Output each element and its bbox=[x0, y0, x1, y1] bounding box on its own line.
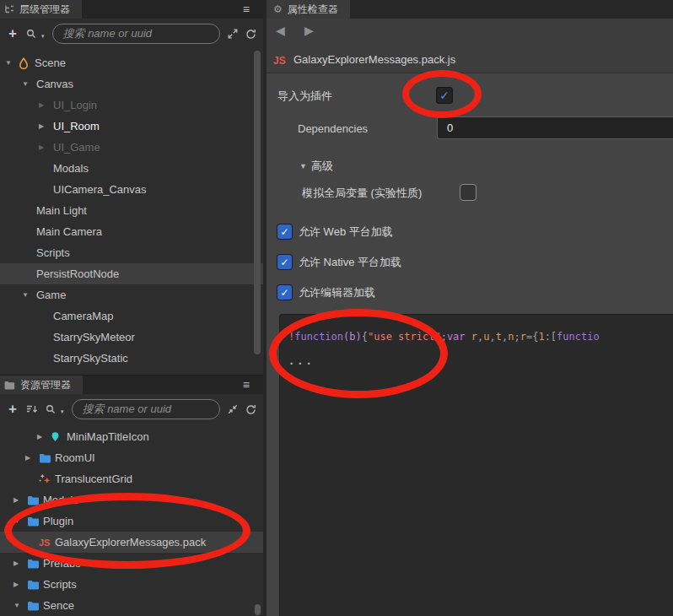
expand-all-icon[interactable] bbox=[228, 29, 238, 39]
advanced-section-label[interactable]: 高级 bbox=[311, 159, 333, 173]
check-icon: ✓ bbox=[280, 287, 288, 299]
code-token: var bbox=[447, 331, 466, 343]
disclosure-closed-icon[interactable]: ▶ bbox=[39, 122, 52, 130]
folder-icon bbox=[39, 453, 54, 463]
disclosure-closed-icon[interactable]: ▶ bbox=[25, 454, 39, 462]
tree-row-plugin[interactable]: ▼Plugin bbox=[0, 511, 263, 532]
refresh-icon[interactable] bbox=[245, 29, 256, 40]
node-label: Game bbox=[35, 289, 66, 301]
tree-row-ui-room[interactable]: ▶UI_Room bbox=[0, 116, 263, 137]
inspector-panel: ⚙ 属性检查器 ◀ ▶ JS GalaxyExplorerMessages.pa… bbox=[267, 0, 673, 616]
disclosure-closed-icon[interactable]: ▶ bbox=[13, 559, 27, 567]
file-title: GalaxyExplorerMessages.pack.js bbox=[293, 53, 455, 66]
tree-row-sence[interactable]: ▼Sence bbox=[0, 595, 263, 616]
sort-icon[interactable] bbox=[26, 404, 38, 414]
tree-row-galaxyexplorermessages-pack[interactable]: JSGalaxyExplorerMessages.pack bbox=[0, 532, 263, 553]
disclosure-open-icon[interactable]: ▼ bbox=[22, 291, 35, 299]
create-node-button[interactable]: + bbox=[7, 28, 19, 40]
simulate-globals-checkbox[interactable] bbox=[460, 184, 476, 201]
tree-row-scripts[interactable]: Scripts bbox=[0, 242, 263, 263]
tree-row-roomui[interactable]: ▶RoomUI bbox=[0, 447, 263, 468]
code-token: functio bbox=[557, 331, 600, 343]
tree-row-minimaptitleicon[interactable]: ▶MiniMapTitleIcon bbox=[0, 426, 263, 447]
collapse-all-icon[interactable] bbox=[228, 404, 238, 414]
code-token: [ bbox=[551, 331, 557, 343]
code-token: { bbox=[362, 331, 368, 343]
advanced-section-arrow-icon[interactable]: ▼ bbox=[299, 162, 307, 170]
node-label: PersistRootNode bbox=[35, 267, 119, 280]
assets-panel: 资源管理器 ≡ + ▾ 搜索 name or uuid ▶MiniMapTitl… bbox=[0, 375, 263, 616]
hierarchy-scrollbar[interactable] bbox=[254, 51, 261, 354]
tree-row-starryskymeteor[interactable]: StarrySkyMeteor bbox=[0, 327, 263, 348]
disclosure-open-icon[interactable]: ▼ bbox=[13, 602, 27, 609]
dependencies-input[interactable]: 0 bbox=[437, 116, 673, 139]
tree-row-starryskystatic[interactable]: StarrySkyStatic bbox=[0, 348, 263, 369]
allow-editor-checkbox[interactable]: ✓ bbox=[277, 285, 292, 300]
node-label: UI_Login bbox=[52, 99, 97, 111]
hierarchy-search-input[interactable]: 搜索 name or uuid bbox=[52, 24, 220, 44]
disclosure-closed-icon[interactable]: ▶ bbox=[13, 581, 27, 588]
node-label: Main Camera bbox=[35, 225, 102, 238]
tree-row-modals[interactable]: Modals bbox=[0, 158, 263, 179]
disclosure-open-icon[interactable]: ▼ bbox=[13, 517, 27, 525]
tree-row-ui-game[interactable]: ▶UI_Game bbox=[0, 137, 263, 158]
node-label: Scene bbox=[34, 57, 66, 69]
tree-row-prefabs[interactable]: ▶Prefabs bbox=[0, 553, 263, 574]
node-label: UI_Room bbox=[52, 120, 100, 132]
disclosure-open-icon[interactable]: ▼ bbox=[5, 59, 19, 67]
disclosure-closed-icon[interactable]: ▶ bbox=[37, 433, 51, 440]
hierarchy-toolbar: + ▾ 搜索 name or uuid bbox=[0, 19, 263, 49]
hierarchy-menu-icon[interactable]: ≡ bbox=[243, 2, 250, 17]
hierarchy-tree: ▼Scene▼Canvas▶UI_Login▶UI_Room▶UI_GameMo… bbox=[0, 52, 263, 369]
tab-assets[interactable]: 资源管理器 bbox=[0, 376, 83, 394]
code-token: , bbox=[490, 331, 496, 343]
tree-row-canvas[interactable]: ▼Canvas bbox=[0, 73, 263, 95]
tab-hierarchy[interactable]: 层级管理器 bbox=[0, 0, 82, 19]
code-token: (b) bbox=[343, 331, 362, 343]
allow-native-checkbox[interactable]: ✓ bbox=[277, 255, 292, 269]
tree-row-scripts[interactable]: ▶Scripts bbox=[0, 574, 263, 595]
assets-search-input[interactable]: 搜索 name or uuid bbox=[72, 399, 220, 419]
allow-web-checkbox[interactable]: ✓ bbox=[277, 224, 292, 239]
tree-row-game[interactable]: ▼Game bbox=[0, 284, 263, 305]
tree-row-cameramap[interactable]: CameraMap bbox=[0, 305, 263, 327]
node-label: RoomUI bbox=[54, 451, 95, 464]
tree-row-persistrootnode[interactable]: PersistRootNode bbox=[0, 263, 263, 284]
disclosure-open-icon[interactable]: ▼ bbox=[22, 80, 35, 88]
code-token: ; bbox=[514, 331, 520, 343]
code-token: r bbox=[520, 331, 526, 343]
tree-row-main-camera[interactable]: Main Camera bbox=[0, 221, 263, 242]
nav-back-icon[interactable]: ◀ bbox=[276, 24, 285, 37]
code-token bbox=[466, 331, 471, 343]
tab-inspector-label: 属性检查器 bbox=[288, 3, 338, 17]
tree-row-main-light[interactable]: Main Light bbox=[0, 200, 263, 221]
inspector-header: ◀ ▶ JS GalaxyExplorerMessages.pack.js bbox=[267, 19, 673, 73]
tab-inspector[interactable]: ⚙ 属性检查器 bbox=[267, 0, 350, 19]
assets-scrollbar[interactable] bbox=[255, 604, 261, 615]
search-filter-icon[interactable] bbox=[26, 29, 37, 40]
folder-icon bbox=[27, 495, 42, 505]
tree-row-ui-login[interactable]: ▶UI_Login bbox=[0, 95, 263, 116]
import-as-plugin-checkbox[interactable]: ✓ bbox=[436, 87, 453, 104]
folder-tab-icon bbox=[4, 381, 15, 390]
node-label: Canvas bbox=[35, 78, 73, 90]
hierarchy-tabstrip: 层级管理器 ≡ bbox=[0, 0, 263, 19]
disclosure-closed-icon[interactable]: ▶ bbox=[39, 101, 52, 109]
code-token: r bbox=[471, 331, 477, 343]
tree-row-scene[interactable]: ▼Scene bbox=[0, 52, 263, 73]
nav-forward-icon[interactable]: ▶ bbox=[304, 24, 314, 37]
check-icon: ✓ bbox=[280, 226, 288, 238]
assets-menu-icon[interactable]: ≡ bbox=[243, 377, 250, 392]
allow-native-label: 允许 Native 平台加载 bbox=[299, 256, 401, 269]
create-asset-button[interactable]: + bbox=[7, 403, 19, 415]
disclosure-closed-icon[interactable]: ▶ bbox=[13, 496, 27, 504]
search-filter-icon[interactable] bbox=[46, 404, 57, 415]
tree-row-translucentgrid[interactable]: TranslucentGrid bbox=[0, 468, 263, 489]
tree-row-models[interactable]: ▶Models bbox=[0, 489, 263, 511]
search-filter-caret-icon[interactable]: ▾ bbox=[41, 33, 45, 40]
node-label: Main Light bbox=[35, 204, 87, 217]
refresh-icon[interactable] bbox=[245, 404, 256, 415]
tree-row-uicamera-canvas[interactable]: UICamera_Canvas bbox=[0, 179, 263, 200]
search-filter-caret-icon[interactable]: ▾ bbox=[61, 408, 64, 415]
disclosure-closed-icon[interactable]: ▶ bbox=[39, 143, 52, 151]
